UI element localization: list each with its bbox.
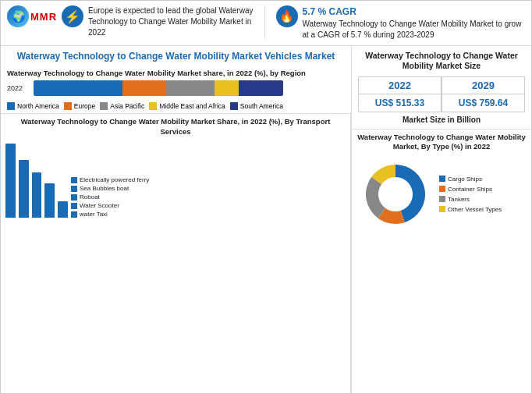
donut-section: Waterway Technology to Change Water Mobi… [352,130,531,393]
transport-legend-label: Electrically powered ferry [80,176,149,183]
transport-bar-2 [32,172,42,218]
legend-item: Asia Pacific [100,102,144,110]
donut-legend-color [439,186,445,192]
legend-color-box [7,102,15,110]
globe-icon: 🌍 [7,5,29,27]
market-size-title: Waterway Technology to Change Water Mobi… [358,51,525,72]
main-container: 🌍 MMR ⚡ Europe is expected to lead the g… [0,0,532,394]
banner-left: 🌍 MMR ⚡ Europe is expected to lead the g… [7,5,265,38]
stacked-bar-container: 2022 [7,80,345,96]
vertical-bar-chart [5,140,68,218]
market-size-table: 2022 2029 US$ 515.33 US$ 759.64 Market S… [358,76,525,124]
transport-legend-label: water Taxi [80,211,108,218]
banner-right-text: 5.7 % CAGR Waterway Technology to Change… [303,5,526,41]
mst-value-row: US$ 515.33 US$ 759.64 [358,94,525,112]
legend-label: South America [240,102,283,110]
transport-legend-color [71,211,77,218]
legend-label: Europe [74,102,95,110]
donut-legend-color [439,206,445,212]
lightning-icon: ⚡ [62,5,83,27]
transport-bar-3 [44,183,55,218]
market-size-section: Waterway Technology to Change Water Mobi… [352,46,531,130]
transport-legend-color [71,194,77,201]
legend-color-box [64,102,72,110]
bar-year-label: 2022 [7,84,29,92]
legend-item: North America [7,102,59,110]
transport-legend-item: Roboat [71,193,149,201]
main-content: Waterway Technology to Change Water Mobi… [1,46,531,393]
transport-legend-item: Water Scooter [71,202,149,209]
transport-legend-item: Electrically powered ferry [71,176,149,183]
bar-chart-section: Waterway Technology to Change Water Mobi… [1,66,351,113]
donut-legend-item: Tankers [439,196,502,203]
transport-legend-label: Sea Bubbles boat [80,185,129,192]
transport-legend-color [71,177,77,183]
legend-label: Asia Pacific [110,102,144,110]
bar-segment-asia-pacific [166,80,215,96]
transport-title: Waterway Technology to Change Water Mobi… [5,117,346,137]
bar-segment-north-america [34,80,122,96]
transport-bar-1 [19,160,29,218]
transport-bar-4 [58,201,68,218]
cagr-text: Waterway Technology to Change Water Mobi… [303,20,522,39]
legend-item: South America [230,102,283,110]
donut-legend-item: Other Vessel Types [439,206,502,213]
value-2029: US$ 759.64 [442,94,525,112]
legend-color-box [100,102,108,110]
transport-legend-item: Sea Bubbles boat [71,185,149,192]
donut-legend-label: Other Vessel Types [448,206,502,213]
legend-item: Middle East and Africa [149,102,225,110]
year-2022: 2022 [358,76,442,94]
legend-label: Middle East and Africa [159,102,225,110]
transport-legend-label: Water Scooter [80,202,119,209]
bottom-left: Waterway Technology to Change Water Mobi… [1,113,351,393]
cagr-title: 5.7 % CAGR [303,5,526,19]
right-panel: Waterway Technology to Change Water Mobi… [352,46,531,393]
banner-left-text: Europe is expected to lead the global Wa… [88,5,256,38]
legend-label: North America [17,102,59,110]
year-2029: 2029 [442,76,525,94]
donut-legend-item: Container Ships [439,186,502,193]
donut-legend: Cargo ShipsContainer ShipsTankersOther V… [439,176,502,213]
flame-icon: 🔥 [276,5,298,27]
legend-color-box [149,102,157,110]
left-panel: Waterway Technology to Change Water Mobi… [1,46,352,393]
transport-content: Electrically powered ferrySea Bubbles bo… [5,140,346,218]
donut-legend-color [439,196,445,202]
top-banner: 🌍 MMR ⚡ Europe is expected to lead the g… [1,1,531,46]
logo-area: 🌍 MMR [7,5,57,27]
legend-color-box [230,102,238,110]
transport-legend-label: Roboat [80,193,100,201]
donut-legend-item: Cargo Ships [439,176,502,183]
legend-item: Europe [64,102,95,110]
transport-chart: Waterway Technology to Change Water Mobi… [1,114,351,393]
bar-legend: North AmericaEuropeAsia PacificMiddle Ea… [7,99,345,112]
market-size-footer: Market Size in Billion [358,115,525,124]
value-2022: US$ 515.33 [358,94,442,112]
donut-legend-label: Tankers [448,196,470,203]
transport-legend-color [71,203,77,209]
main-title: Waterway Technology to Change Water Mobi… [1,46,351,66]
transport-bar-0 [5,144,16,218]
transport-legend: Electrically powered ferrySea Bubbles bo… [71,176,149,218]
stacked-bar [34,80,283,96]
transport-legend-item: water Taxi [71,211,149,218]
mmr-logo: MMR [30,11,57,23]
banner-right: 🔥 5.7 % CAGR Waterway Technology to Chan… [271,5,526,41]
donut-title: Waterway Technology to Change Water Mobi… [356,133,527,152]
donut-legend-label: Cargo Ships [448,176,482,183]
bar-segment-middle-east-and-africa [215,80,239,96]
donut-content: Cargo ShipsContainer ShipsTankersOther V… [356,155,527,233]
bar-segment-south-america [239,80,283,96]
donut-chart-svg [356,155,434,233]
mst-header: 2022 2029 [358,76,525,94]
bar-chart-title: Waterway Technology to Change Water Mobi… [7,69,345,77]
donut-legend-color [439,176,445,182]
transport-legend-color [71,186,77,192]
bar-segment-europe [122,80,167,96]
donut-legend-label: Container Ships [448,186,492,193]
